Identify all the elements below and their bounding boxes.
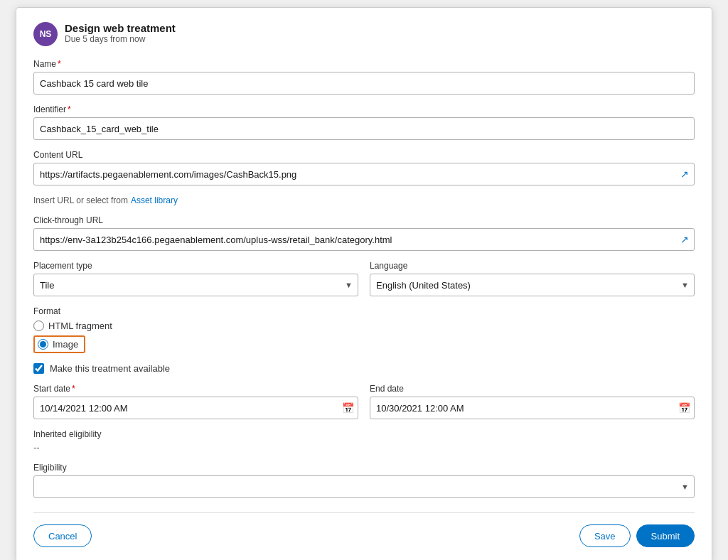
end-date-wrapper: 📅 [370, 397, 695, 419]
right-buttons: Save Submit [579, 524, 695, 547]
start-date-wrapper: 📅 [33, 397, 358, 419]
click-through-url-wrapper: ↗ [33, 228, 695, 251]
click-through-url-group: Click-through URL ↗ [33, 215, 695, 251]
start-date-input[interactable] [33, 397, 358, 419]
make-available-row: Make this treatment available [33, 363, 695, 374]
eligibility-select[interactable] [33, 475, 695, 498]
content-url-wrapper: ↗ [33, 163, 695, 185]
modal-container: NS Design web treatment Due 5 days from … [16, 7, 712, 560]
cancel-button[interactable]: Cancel [33, 524, 92, 547]
avatar: NS [33, 22, 58, 46]
header-text: Design web treatment Due 5 days from now [65, 22, 176, 44]
placement-language-row: Placement type Tile Banner Popup ▼ Langu… [33, 261, 695, 296]
content-url-input[interactable] [33, 163, 695, 185]
eligibility-wrapper: ▼ [33, 475, 695, 498]
end-date-label: End date [370, 384, 695, 394]
inherited-eligibility-label: Inherited eligibility [33, 429, 695, 439]
placement-type-group: Placement type Tile Banner Popup ▼ [33, 261, 358, 296]
start-date-group: Start date* 📅 [33, 384, 358, 419]
date-row: Start date* 📅 End date 📅 [33, 384, 695, 419]
name-input[interactable] [33, 72, 695, 95]
start-date-calendar-icon[interactable]: 📅 [342, 402, 354, 414]
modal-subtitle: Due 5 days from now [65, 34, 176, 44]
language-wrapper: English (United States) French Spanish ▼ [370, 274, 695, 296]
format-image-radio[interactable] [38, 339, 48, 350]
format-html-label: HTML fragment [48, 321, 112, 331]
save-button[interactable]: Save [579, 524, 631, 547]
content-url-external-link-icon[interactable]: ↗ [680, 168, 689, 180]
end-date-group: End date 📅 [370, 384, 695, 419]
language-label: Language [370, 261, 695, 271]
modal-header: NS Design web treatment Due 5 days from … [33, 22, 695, 46]
content-url-label: Content URL [33, 150, 695, 160]
modal-title: Design web treatment [65, 22, 176, 34]
click-through-url-external-link-icon[interactable]: ↗ [680, 234, 689, 245]
make-available-label: Make this treatment available [50, 363, 170, 374]
placement-type-wrapper: Tile Banner Popup ▼ [33, 274, 358, 296]
start-date-label: Start date* [33, 384, 358, 394]
format-html-radio[interactable] [33, 321, 44, 331]
language-select[interactable]: English (United States) French Spanish [370, 274, 695, 296]
format-image-option[interactable]: Image [33, 335, 695, 353]
end-date-input[interactable] [370, 397, 695, 419]
inherited-eligibility-value: -- [33, 442, 695, 453]
insert-url-row: Insert URL or select from Asset library [33, 195, 695, 205]
placement-type-label: Placement type [33, 261, 358, 271]
name-group: Name* [33, 59, 695, 95]
image-radio-wrapper: Image [33, 335, 85, 353]
format-radio-group: HTML fragment Image [33, 321, 695, 353]
inherited-eligibility-group: Inherited eligibility -- [33, 429, 695, 453]
submit-button[interactable]: Submit [636, 524, 695, 547]
click-through-url-label: Click-through URL [33, 215, 695, 225]
format-section: Format HTML fragment Image [33, 306, 695, 353]
content-url-group: Content URL ↗ [33, 150, 695, 185]
placement-type-select[interactable]: Tile Banner Popup [33, 274, 358, 296]
format-html-option[interactable]: HTML fragment [33, 321, 695, 331]
make-available-checkbox[interactable] [33, 363, 44, 374]
format-image-label: Image [53, 339, 78, 350]
click-through-url-input[interactable] [33, 228, 695, 251]
eligibility-group: Eligibility ▼ [33, 463, 695, 498]
format-label: Format [33, 306, 695, 316]
modal-footer: Cancel Save Submit [33, 512, 695, 547]
insert-url-text: Insert URL or select from [33, 195, 128, 205]
identifier-label: Identifier* [33, 104, 695, 114]
language-group: Language English (United States) French … [370, 261, 695, 296]
identifier-group: Identifier* [33, 104, 695, 140]
eligibility-label: Eligibility [33, 463, 695, 473]
end-date-calendar-icon[interactable]: 📅 [678, 402, 690, 414]
name-label: Name* [33, 59, 695, 69]
identifier-input[interactable] [33, 117, 695, 140]
asset-library-link[interactable]: Asset library [131, 195, 178, 205]
